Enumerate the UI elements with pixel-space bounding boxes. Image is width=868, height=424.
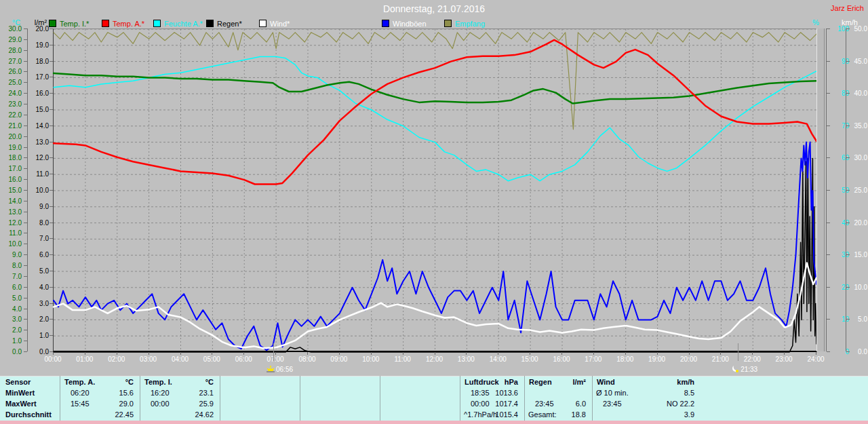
x-tick-label: 13:00: [452, 355, 479, 363]
rain-axis-label: 8.0: [27, 219, 49, 227]
rain-axis-label: 12.0: [27, 154, 49, 161]
table-divider: [60, 376, 60, 421]
wind-axis-tick: [846, 28, 850, 29]
wind-axis-label: 50.0: [850, 25, 867, 33]
temp-axis-label: 15.0: [1, 187, 22, 194]
temp-axis-label: 28.0: [1, 47, 22, 54]
legend-swatch-1: [49, 20, 56, 27]
legend-item-4: Regen*: [206, 20, 242, 28]
temp-axis-label: 21.0: [1, 122, 22, 130]
table-cell-value: 24.62: [144, 410, 214, 419]
wind-axis-label: 20.0: [850, 219, 867, 227]
temp-axis-label: 2.0: [1, 326, 22, 334]
x-tick-label: 24:00: [802, 355, 829, 363]
x-tick: [85, 352, 85, 355]
rain-axis-tick: [50, 206, 53, 207]
table-cell-value: 23.1: [144, 389, 214, 397]
table-cell-value: 15.6: [64, 389, 134, 397]
rain-axis-label: 2.0: [27, 315, 49, 323]
humidity-axis-tick: [827, 319, 830, 320]
x-tick: [466, 352, 467, 355]
table-divider: [460, 376, 460, 421]
legend-label-4: Regen*: [217, 20, 242, 28]
table-cell-value: 1013.6: [465, 389, 518, 397]
sunset-icon: [731, 365, 739, 373]
legend-swatch-6: [382, 20, 389, 27]
temp-axis-tick: [24, 265, 27, 266]
x-tick-label: 00:00: [39, 355, 66, 363]
x-tick: [561, 352, 562, 355]
x-tick-label: 23:00: [770, 355, 797, 363]
rain-axis-tick: [50, 126, 53, 126]
legend-label-5: Wind*: [270, 20, 290, 28]
temp-axis-label: 9.0: [1, 251, 22, 258]
rain-axis-label: 4.0: [27, 284, 49, 291]
temp-axis-tick: [24, 201, 27, 201]
table-col-unit: l/m²: [529, 378, 586, 386]
temp-axis-tick: [24, 50, 27, 51]
rain-axis-tick: [50, 223, 53, 223]
x-tick: [371, 352, 372, 355]
temp-axis-tick: [24, 104, 27, 104]
wind-axis-tick: [846, 319, 850, 320]
temp-axis-tick: [24, 244, 27, 244]
temp-axis-label: 19.0: [1, 144, 22, 151]
table-col-unit: °C: [144, 378, 214, 386]
legend-swatch-4: [206, 20, 214, 27]
rain-axis-label: 18.0: [27, 58, 49, 65]
rain-axis-tick: [50, 142, 53, 142]
rain-axis-tick: [50, 93, 53, 94]
x-tick: [784, 352, 785, 355]
temp-axis-label: 26.0: [1, 68, 22, 75]
rain-axis-label: 17.0: [27, 73, 49, 81]
series-windb-en: [54, 142, 816, 350]
chart-canvas: [54, 29, 816, 352]
rain-axis-label: 1.0: [27, 332, 49, 339]
legend-label-6: Windböen: [393, 20, 427, 28]
x-tick: [117, 352, 117, 355]
rain-axis-label: 20.0: [27, 25, 49, 33]
x-tick-label: 12:00: [421, 355, 448, 363]
legend-item-5: Wind*: [259, 20, 290, 28]
legend-swatch-7: [444, 20, 452, 27]
rain-axis-tick: [50, 271, 53, 271]
table-row-label: Sensor: [5, 378, 31, 386]
table-cell-value: NO 22.2: [597, 400, 694, 408]
sunrise-icon: [267, 365, 275, 373]
rain-axis-tick: [50, 190, 53, 191]
temp-axis-label: 12.0: [1, 219, 22, 227]
table-cell-value: 18.8: [529, 410, 586, 419]
temp-axis-label: 29.0: [1, 36, 22, 43]
x-tick-label: 05:00: [198, 355, 225, 363]
legend-item-6: Windböen: [382, 20, 427, 28]
humidity-axis-tick: [827, 93, 830, 94]
table-divider: [300, 376, 300, 421]
humidity-axis-tick: [827, 351, 830, 352]
x-tick-label: 19:00: [644, 355, 671, 363]
temp-axis-label: 30.0: [1, 25, 22, 33]
plot-area: [53, 28, 817, 352]
humidity-axis-tick: [827, 190, 830, 191]
table-col-unit: km/h: [597, 378, 694, 386]
rain-axis-label: 6.0: [27, 251, 49, 258]
humidity-axis-tick: [827, 254, 830, 255]
temp-axis-label: 14.0: [1, 197, 22, 205]
temp-axis-label: 25.0: [1, 79, 22, 86]
wind-axis-label: 35.0: [850, 122, 867, 130]
temp-axis-label: 3.0: [1, 315, 22, 323]
temp-axis-label: 20.0: [1, 133, 22, 140]
wind-axis-tick: [846, 93, 850, 94]
wind-axis-label: 15.0: [850, 251, 867, 258]
x-tick: [816, 352, 816, 355]
rain-axis-tick: [50, 174, 53, 174]
rain-axis-label: 5.0: [27, 267, 49, 275]
temp-axis-label: 5.0: [1, 294, 22, 302]
x-tick: [752, 352, 753, 355]
x-tick-label: 20:00: [675, 355, 703, 363]
table-divider: [220, 376, 220, 421]
temp-axis-tick: [24, 276, 27, 277]
humidity-axis-tick: [827, 287, 830, 288]
legend-swatch-2: [102, 20, 109, 27]
footer-strip: [0, 421, 868, 424]
x-tick: [403, 352, 403, 355]
